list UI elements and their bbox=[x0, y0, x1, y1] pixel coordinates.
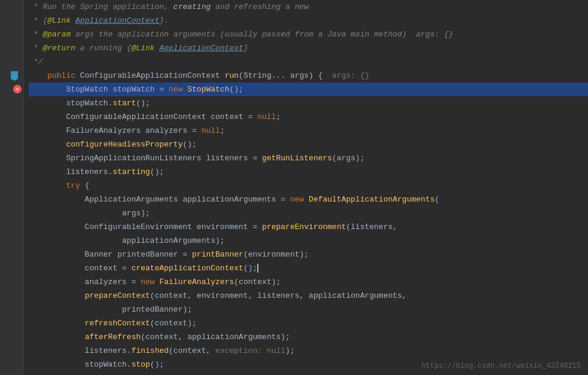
line-code: afterRefresh(context, applicationArgumen… bbox=[29, 330, 290, 344]
line-code: printedBanner); bbox=[29, 303, 192, 316]
bookmark-icon bbox=[11, 71, 18, 81]
code-line-9: ConfigurableApplicationContext context =… bbox=[29, 110, 588, 124]
line-code: listeners.finished(context, exception: n… bbox=[29, 344, 295, 358]
code-line-11: configureHeadlessProperty(); bbox=[29, 138, 588, 151]
line-code: stopWatch.stop(); bbox=[29, 358, 164, 371]
code-line-13: listeners.starting(); bbox=[29, 165, 588, 179]
line-code: try { bbox=[29, 179, 89, 193]
code-line-4: * @return a running {@Link ApplicationCo… bbox=[29, 41, 588, 55]
line-code: refreshContext(context); bbox=[29, 316, 197, 330]
error-icon: ✕ bbox=[13, 85, 22, 93]
code-line-26: listeners.finished(context, exception: n… bbox=[29, 344, 588, 358]
line-code: listeners.starting(); bbox=[29, 165, 164, 179]
line-code: public ConfigurableApplicationContext ru… bbox=[29, 69, 370, 83]
line-code: Banner printedBanner = printBanner(envir… bbox=[29, 248, 309, 261]
gutter: ✕ bbox=[0, 0, 24, 375]
line-code: SpringApplicationRunListeners listeners … bbox=[29, 151, 365, 165]
code-line-5: */ bbox=[29, 55, 588, 69]
line-code: ApplicationArguments applicationArgument… bbox=[29, 193, 440, 206]
code-line-3: * @param args the application arguments … bbox=[29, 28, 588, 41]
watermark: https://blog.csdn.net/weixin_43246215 bbox=[422, 362, 581, 370]
code-line-15: ApplicationArguments applicationArgument… bbox=[29, 193, 588, 206]
line-code: ConfigurableEnvironment environment = pr… bbox=[29, 220, 397, 234]
line-code: context = createApplicationContext(); bbox=[29, 261, 263, 275]
line-code: FailureAnalyzers analyzers = null; bbox=[29, 124, 225, 138]
line-code: prepareContext(context, environment, lis… bbox=[29, 289, 407, 303]
code-line-21: analyzers = new FailureAnalyzers(context… bbox=[29, 275, 588, 289]
line-code: applicationArguments); bbox=[29, 234, 225, 248]
comment-text: * {@Link ApplicationContext}. bbox=[29, 14, 169, 28]
line-code: args); bbox=[29, 206, 150, 220]
comment-text: * @return a running {@Link ApplicationCo… bbox=[29, 41, 248, 55]
code-lines: * Run the Spring application, creating a… bbox=[24, 0, 588, 375]
code-container: ✕ * Run the Spring application, creating… bbox=[0, 0, 588, 375]
code-line-6: public ConfigurableApplicationContext ru… bbox=[29, 69, 588, 83]
code-line-1: * Run the Spring application, creating a… bbox=[29, 0, 588, 14]
code-line-14: try { bbox=[29, 179, 588, 193]
code-line-10: FailureAnalyzers analyzers = null; bbox=[29, 124, 588, 138]
comment-text: * Run the Spring application, creating a… bbox=[29, 0, 309, 14]
code-line-23: printedBanner); bbox=[29, 303, 588, 316]
code-line-25: afterRefresh(context, applicationArgumen… bbox=[29, 330, 588, 344]
code-line-7: StopWatch stopWatch = new StopWatch(); bbox=[29, 83, 588, 96]
comment-text: */ bbox=[29, 55, 42, 69]
code-line-16: args); bbox=[29, 206, 588, 220]
code-line-28: if (this.logStartupInfo) { bbox=[29, 371, 588, 375]
code-line-8: stopWatch.start(); bbox=[29, 96, 588, 110]
comment-text: * @param args the application arguments … bbox=[29, 28, 453, 41]
code-line-22: prepareContext(context, environment, lis… bbox=[29, 289, 588, 303]
code-line-20: context = createApplicationContext(); bbox=[29, 261, 588, 275]
code-line-12: SpringApplicationRunListeners listeners … bbox=[29, 151, 588, 165]
line-code: configureHeadlessProperty(); bbox=[29, 138, 197, 151]
line-code: if (this.logStartupInfo) { bbox=[29, 371, 206, 375]
code-line-2: * {@Link ApplicationContext}. bbox=[29, 14, 588, 28]
line-code: ConfigurableApplicationContext context =… bbox=[29, 110, 281, 124]
code-line-24: refreshContext(context); bbox=[29, 316, 588, 330]
code-line-19: Banner printedBanner = printBanner(envir… bbox=[29, 248, 588, 261]
line-code: StopWatch stopWatch = new StopWatch(); bbox=[29, 83, 243, 96]
line-code: analyzers = new FailureAnalyzers(context… bbox=[29, 275, 281, 289]
code-line-18: applicationArguments); bbox=[29, 234, 588, 248]
line-code: stopWatch.start(); bbox=[29, 96, 150, 110]
code-line-17: ConfigurableEnvironment environment = pr… bbox=[29, 220, 588, 234]
